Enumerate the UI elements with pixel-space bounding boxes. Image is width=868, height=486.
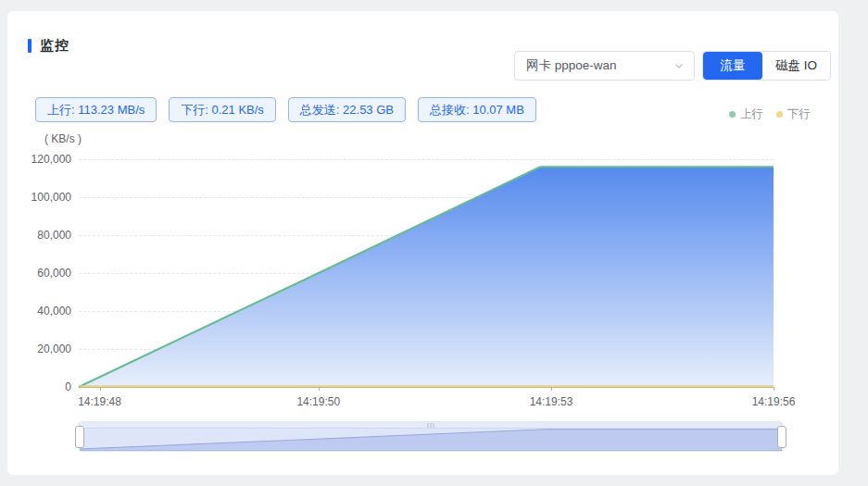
view-tab-group: 流量 磁盘 IO bbox=[702, 51, 831, 81]
stat-badge-total-received: 总接收: 10.07 MB bbox=[418, 97, 536, 122]
legend-dot-download bbox=[776, 111, 783, 118]
x-axis-tick bbox=[100, 387, 101, 391]
x-axis-label: 14:19:53 bbox=[530, 395, 573, 408]
gridline bbox=[79, 273, 774, 274]
datazoom-right-handle[interactable] bbox=[777, 426, 786, 448]
nic-select[interactable]: 网卡 pppoe-wan bbox=[514, 51, 695, 81]
datazoom-move-handle[interactable] bbox=[428, 423, 434, 428]
legend-item-upload[interactable]: 上行 bbox=[729, 106, 763, 122]
y-axis-label: 60,000 bbox=[12, 267, 71, 280]
stat-badge-upload-rate: 上行: 113.23 MB/s bbox=[35, 97, 157, 122]
legend-label-download: 下行 bbox=[787, 106, 811, 122]
y-axis-label: 0 bbox=[12, 380, 71, 393]
x-axis-line bbox=[79, 387, 774, 388]
chevron-down-icon bbox=[673, 60, 685, 71]
legend-dot-upload bbox=[729, 111, 736, 118]
stat-badge-download-rate: 下行: 0.21 KB/s bbox=[169, 97, 276, 122]
traffic-chart: ( KB/s ) 120,000100,00080,00060,00040,00… bbox=[7, 11, 838, 475]
stats-row: 上行: 113.23 MB/s 下行: 0.21 KB/s 总发送: 22.53… bbox=[35, 97, 536, 122]
panel-header: 监控 bbox=[28, 37, 69, 55]
area-series bbox=[79, 159, 774, 387]
gridline bbox=[79, 235, 774, 236]
monitor-panel: 监控 网卡 pppoe-wan 流量 磁盘 IO 上行: 113.23 MB/s… bbox=[7, 11, 838, 475]
y-axis-label: 120,000 bbox=[12, 153, 71, 166]
datazoom-slider[interactable] bbox=[79, 421, 783, 452]
x-axis-tick bbox=[319, 387, 320, 391]
controls-row: 网卡 pppoe-wan 流量 磁盘 IO bbox=[514, 51, 831, 81]
stat-badge-total-sent: 总发送: 22.53 GB bbox=[288, 97, 406, 122]
page-title: 监控 bbox=[40, 37, 69, 55]
y-axis-label: 40,000 bbox=[12, 305, 71, 318]
y-axis-unit-label: ( KB/s ) bbox=[44, 132, 82, 145]
datazoom-left-handle[interactable] bbox=[75, 426, 84, 448]
chart-legend: 上行 下行 bbox=[729, 106, 811, 122]
x-axis-label: 14:19:50 bbox=[296, 395, 340, 408]
tab-disk-io[interactable]: 磁盘 IO bbox=[762, 52, 830, 80]
x-axis-tick bbox=[551, 387, 552, 391]
legend-label-upload: 上行 bbox=[740, 106, 763, 122]
gridline bbox=[79, 311, 774, 312]
gridline bbox=[79, 197, 774, 198]
x-axis-label: 14:19:48 bbox=[78, 395, 121, 408]
x-axis-tick bbox=[774, 387, 774, 391]
nic-select-value: 网卡 pppoe-wan bbox=[526, 57, 617, 74]
gridline bbox=[79, 159, 774, 160]
legend-item-download[interactable]: 下行 bbox=[776, 106, 811, 122]
title-accent-bar bbox=[28, 39, 31, 53]
gridline bbox=[79, 349, 774, 350]
y-axis-label: 100,000 bbox=[12, 191, 71, 204]
tab-traffic[interactable]: 流量 bbox=[703, 52, 762, 80]
y-axis-label: 20,000 bbox=[12, 343, 71, 355]
x-axis-label: 14:19:56 bbox=[752, 395, 796, 408]
y-axis-label: 80,000 bbox=[12, 229, 71, 242]
